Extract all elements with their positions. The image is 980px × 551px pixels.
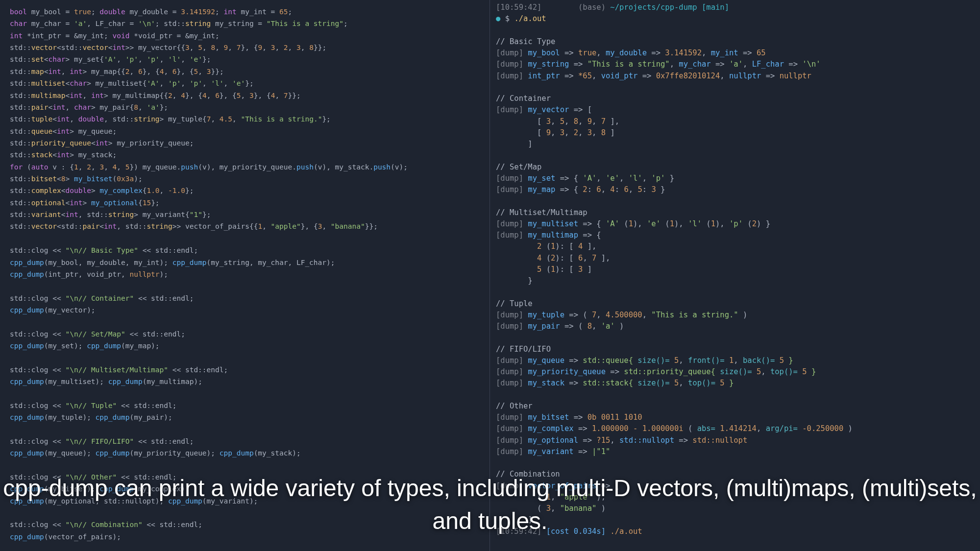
code-line: cpp_dump(my_tuple); cpp_dump(my_pair); (10, 411, 480, 423)
terminal-output: [dump] my_map => { 2: 6, 4: 6, 5: 3 } (496, 184, 974, 195)
terminal-output: [dump] my_variant => |"1" (496, 446, 974, 457)
code-line: std::clog << "\n// FIFO/LIFO" << std::en… (10, 435, 480, 447)
code-line: std::clog << "\n// Set/Map" << std::endl… (10, 328, 480, 340)
terminal-prompt-line: [10:59:42] [cost 0.034s] ./a.out (496, 526, 974, 537)
code-line: std::clog << "\n// Tuple" << std::endl; (10, 400, 480, 411)
terminal-output: 4 (2): [ 6, 7 ], (496, 253, 974, 264)
code-line: std::pair<int, char> my_pair{8, 'a'}; (10, 101, 480, 113)
code-line: std::priority_queue<int> my_priority_que… (10, 137, 480, 149)
code-line: char my_char = 'a', LF_char = '\n'; std:… (10, 18, 480, 29)
terminal-output: } (496, 275, 974, 287)
code-line: std::multiset<char> my_multiset{'A', 'p'… (10, 77, 480, 89)
terminal-command-line: ● $ ./a.out (496, 13, 974, 24)
terminal-output: 5 (1): [ 3 ] (496, 264, 974, 275)
code-line: for (auto v : {1, 2, 3, 4, 5}) my_queue.… (10, 161, 480, 173)
terminal-section: // FIFO/LIFO (496, 344, 974, 355)
terminal-section: // Basic Type (496, 36, 974, 48)
code-line: std::vector<std::vector<int>> my_vector{… (10, 42, 480, 53)
code-editor-pane[interactable]: bool my_bool = true; double my_double = … (0, 0, 490, 551)
terminal-output: [dump] my_queue => std::queue{ size()= 5… (496, 355, 974, 366)
terminal-prompt-line: [10:59:42] (base) ~/projects/cpp-dump [m… (496, 2, 974, 13)
terminal-output: 2 (1): [ 4 ], (496, 241, 974, 252)
code-line: std::tuple<int, double, std::string> my_… (10, 113, 480, 125)
terminal-section: // Set/Map (496, 162, 974, 173)
code-line: cpp_dump(int_ptr, void_ptr, nullptr); (10, 268, 480, 280)
terminal-output: [dump] my_tuple => ( 7, 4.500000, "This … (496, 310, 974, 321)
code-line: std::complex<double> my_complex{1.0, -1.… (10, 185, 480, 196)
split-view: bool my_bool = true; double my_double = … (0, 0, 980, 551)
terminal-section: // Multiset/Multimap (496, 207, 974, 218)
terminal-section: // Tuple (496, 298, 974, 310)
code-line: std::clog << "\n// Combination" << std::… (10, 519, 480, 530)
code-line: std::multimap<int, int> my_multimap{{2, … (10, 90, 480, 101)
code-line: bool my_bool = true; double my_double = … (10, 6, 480, 18)
code-line: cpp_dump(my_vector); (10, 304, 480, 316)
code-line: std::clog << "\n// Other" << std::endl; (10, 471, 480, 483)
code-line: cpp_dump(my_queue); cpp_dump(my_priority… (10, 447, 480, 459)
code-line: cpp_dump(my_set); cpp_dump(my_map); (10, 340, 480, 352)
code-line: int *int_ptr = &my_int; void *void_ptr =… (10, 30, 480, 42)
terminal-output: [dump] my_optional => ?15, std::nullopt … (496, 435, 974, 446)
terminal-output: [dump] my_stack => std::stack{ size()= 5… (496, 378, 974, 389)
terminal-output: [dump] my_complex => 1.000000 - 1.000000… (496, 423, 974, 434)
code-line: std::map<int, int> my_map{{2, 6}, {4, 6}… (10, 66, 480, 77)
terminal-output: [dump] int_ptr => *65, void_ptr => 0x7ff… (496, 71, 974, 82)
code-line: std::optional<int> my_optional{15}; (10, 197, 480, 209)
code-line: std::stack<int> my_stack; (10, 149, 480, 161)
terminal-output: [dump] vector_of_pairs => [ (496, 480, 974, 492)
terminal-section: // Combination (496, 469, 974, 480)
terminal-output: [dump] my_pair => ( 8, 'a' ) (496, 321, 974, 332)
terminal-section: // Container (496, 93, 974, 104)
terminal-output: [ 3, 5, 8, 9, 7 ], (496, 116, 974, 127)
terminal-pane[interactable]: [10:59:42] (base) ~/projects/cpp-dump [m… (490, 0, 980, 551)
code-line: cpp_dump(my_multiset); cpp_dump(my_multi… (10, 376, 480, 387)
code-line: cpp_dump(my_optional, std::nullopt); cpp… (10, 495, 480, 507)
code-line: std::clog << "\n// Multiset/Multimap" <<… (10, 364, 480, 376)
terminal-output: ] (496, 514, 974, 526)
terminal-output: ] (496, 139, 974, 150)
code-line: cpp_dump(my_bool, my_double, my_int); cp… (10, 257, 480, 268)
terminal-output: [dump] my_bool => true, my_double => 3.1… (496, 48, 974, 59)
code-line: std::bitset<8> my_bitset(0x3a); (10, 173, 480, 185)
terminal-output: ( 3, "banana" ) (496, 503, 974, 514)
terminal-output: [dump] my_multiset => { 'A' (1), 'e' (1)… (496, 218, 974, 230)
code-line: cpp_dump(my_bitset); cpp_dump(my_complex… (10, 483, 480, 495)
terminal-output: [dump] my_multimap => { (496, 230, 974, 241)
code-line: std::queue<int> my_queue; (10, 125, 480, 137)
terminal-output: [dump] my_set => { 'A', 'e', 'l', 'p' } (496, 173, 974, 184)
code-line: cpp_dump(vector_of_pairs); (10, 531, 480, 543)
terminal-output: [ 9, 3, 2, 3, 8 ] (496, 127, 974, 139)
terminal-output: ( 1, "apple" ), (496, 492, 974, 503)
code-line: std::set<char> my_set{'A', 'p', 'p', 'l'… (10, 53, 480, 65)
terminal-output: [dump] my_vector => [ (496, 104, 974, 116)
code-line: std::clog << "\n// Basic Type" << std::e… (10, 244, 480, 256)
code-line: std::vector<std::pair<int, std::string>>… (10, 220, 480, 232)
terminal-section: // Other (496, 401, 974, 412)
code-line: std::variant<int, std::string> my_varian… (10, 209, 480, 220)
terminal-output: [dump] my_string => "This is a string", … (496, 59, 974, 70)
terminal-output: [dump] my_bitset => 0b 0011 1010 (496, 412, 974, 423)
terminal-output: [dump] my_priority_queue => std::priorit… (496, 366, 974, 378)
code-line: std::clog << "\n// Container" << std::en… (10, 292, 480, 304)
